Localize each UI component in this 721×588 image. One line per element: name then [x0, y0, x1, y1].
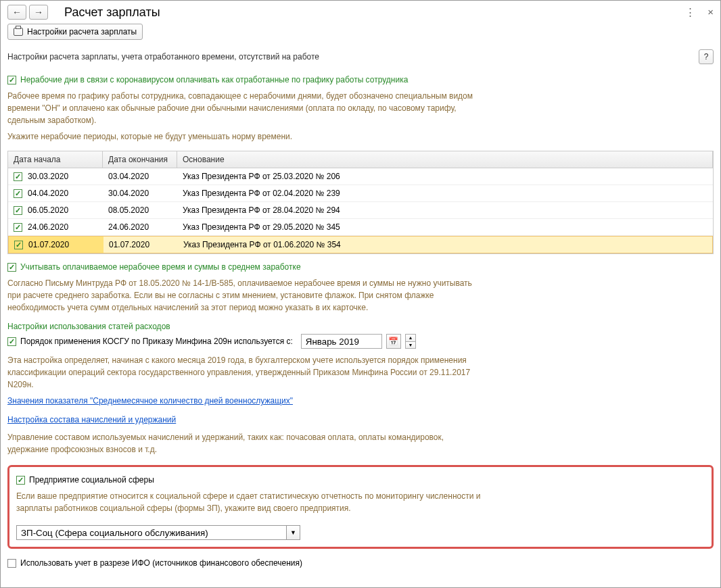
- covid-description: Рабочее время по графику работы сотрудни…: [1, 86, 488, 130]
- help-button[interactable]: ?: [699, 49, 714, 64]
- row-end: 03.04.2020: [108, 172, 149, 181]
- row-end: 08.05.2020: [108, 205, 149, 215]
- social-checkbox-label: Предприятие социальной сферы: [29, 475, 154, 485]
- accruals-link[interactable]: Настройка состава начислений и удержаний: [7, 414, 176, 426]
- table-row[interactable]: 24.06.202024.06.2020Указ Президента РФ о…: [8, 219, 713, 236]
- table-row[interactable]: 04.04.202030.04.2020Указ Президента РФ о…: [8, 185, 713, 202]
- row-basis: Указ Президента РФ от 25.03.2020 № 206: [183, 172, 340, 181]
- row-start: 06.05.2020: [28, 205, 68, 215]
- row-start: 04.04.2020: [28, 189, 68, 198]
- close-icon[interactable]: ×: [707, 6, 714, 18]
- salary-settings-button[interactable]: Настройки расчета зарплаты: [7, 24, 143, 40]
- table-row[interactable]: 06.05.202008.05.2020Указ Президента РФ о…: [8, 202, 713, 219]
- row-checkbox[interactable]: [14, 206, 22, 215]
- row-end: 24.06.2020: [108, 222, 149, 232]
- ifo-checkbox-label: Использовать учет в разрезе ИФО (источни…: [20, 558, 302, 568]
- row-basis: Указ Президента РФ от 28.04.2020 № 294: [183, 205, 340, 215]
- subtitle: Настройки расчета зарплаты, учета отрабо…: [7, 52, 319, 62]
- row-basis: Указ Президента РФ от 02.04.2020 № 239: [183, 189, 340, 198]
- social-highlight-box: Предприятие социальной сферы Если ваше п…: [7, 465, 714, 549]
- avg-days-link[interactable]: Значения показателя "Среднемесячное коли…: [7, 395, 293, 407]
- row-checkbox[interactable]: [14, 189, 22, 198]
- expenses-heading: Настройки использования статей расходов: [1, 318, 488, 333]
- kosgu-label: Порядок применения КОСГУ по Приказу Минф…: [20, 337, 293, 346]
- accruals-description: Управление составом используемых начисле…: [1, 427, 488, 460]
- row-end: 30.04.2020: [108, 189, 149, 198]
- col-basis: Основание: [177, 151, 713, 168]
- row-checkbox[interactable]: [14, 172, 22, 181]
- avg-earnings-checkbox[interactable]: [7, 263, 16, 272]
- covid-periods-hint: Укажите нерабочие периоды, которые не бу…: [1, 130, 488, 147]
- menu-icon[interactable]: ⋮: [685, 6, 695, 18]
- row-start: 01.07.2020: [28, 240, 69, 249]
- row-end: 01.07.2020: [109, 240, 149, 249]
- row-basis: Указ Президента РФ от 01.06.2020 № 354: [183, 240, 341, 249]
- row-start: 30.03.2020: [28, 172, 68, 181]
- covid-checkbox-label: Нерабочие дни в связи с коронавирусом оп…: [20, 75, 408, 84]
- salary-settings-label: Настройки расчета зарплаты: [27, 27, 137, 36]
- row-checkbox[interactable]: [14, 241, 23, 249]
- table-row[interactable]: 30.03.202003.04.2020Указ Президента РФ о…: [8, 168, 713, 185]
- kosgu-date-input[interactable]: [301, 334, 382, 349]
- back-button[interactable]: ←: [7, 5, 26, 20]
- social-checkbox[interactable]: [16, 476, 25, 485]
- ifo-checkbox[interactable]: [7, 559, 16, 568]
- avg-earnings-description: Согласно Письму Минтруда РФ от 18.05.202…: [1, 273, 488, 318]
- calendar-icon[interactable]: 📅: [386, 334, 401, 349]
- social-description: Если ваше предприятие относится к социал…: [14, 486, 487, 518]
- row-start: 24.06.2020: [28, 222, 68, 232]
- kosgu-checkbox[interactable]: [7, 337, 16, 346]
- chevron-down-icon[interactable]: ▼: [287, 525, 300, 540]
- row-checkbox[interactable]: [14, 223, 22, 232]
- page-title: Расчет зарплаты: [64, 5, 160, 20]
- kosgu-description: Эта настройка определяет, начиная с како…: [1, 350, 488, 395]
- forward-button[interactable]: →: [29, 5, 48, 20]
- covid-checkbox[interactable]: [7, 76, 16, 84]
- periods-table: Дата начала Дата окончания Основание 30.…: [7, 151, 714, 254]
- date-spinner[interactable]: ▲▼: [405, 334, 416, 349]
- printer-icon: [14, 28, 23, 36]
- col-start: Дата начала: [8, 151, 103, 168]
- row-basis: Указ Президента РФ от 29.05.2020 № 345: [183, 222, 340, 232]
- table-row[interactable]: 01.07.202001.07.2020Указ Президента РФ о…: [8, 236, 713, 253]
- social-select[interactable]: [16, 525, 287, 540]
- col-end: Дата окончания: [103, 151, 177, 168]
- avg-earnings-label: Учитывать оплачиваемое нерабочее время и…: [20, 262, 301, 272]
